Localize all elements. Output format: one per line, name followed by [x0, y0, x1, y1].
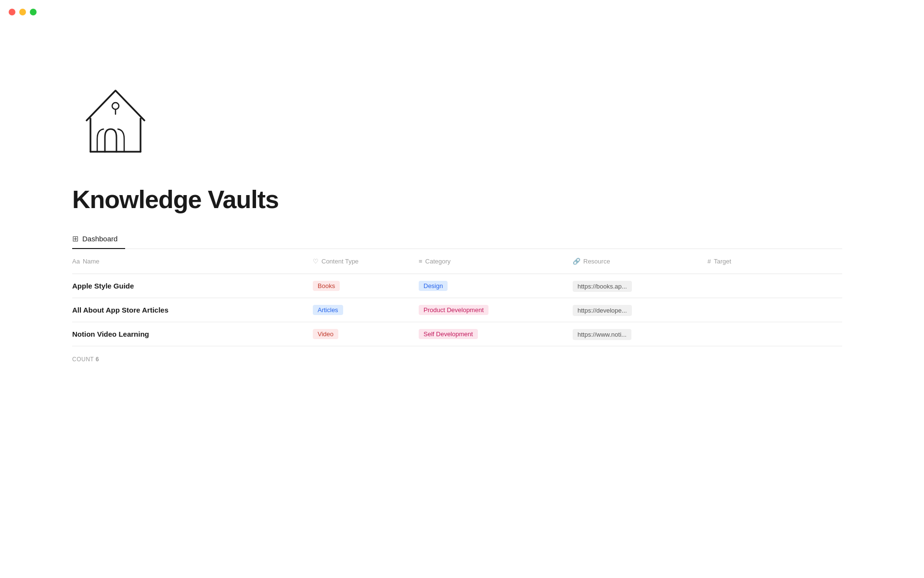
count-footer: COUNT 6: [72, 356, 924, 363]
row-2-target: [707, 305, 804, 315]
category-badge: Design: [419, 281, 448, 291]
link-icon: 🔗: [573, 258, 580, 265]
row-1-resource: https://books.ap...: [573, 277, 707, 295]
row-1-target: [707, 281, 804, 291]
row-1-content-type: Books: [313, 276, 419, 296]
header-name: Aa Name: [72, 254, 313, 269]
table-header-row: Aa Name ♡ Content Type ≡ Category 🔗 Reso…: [72, 249, 842, 274]
header-category-label: Category: [425, 258, 451, 265]
page-icon: [72, 77, 924, 166]
header-name-label: Name: [83, 258, 100, 265]
row-2-name: All About App Store Articles: [72, 301, 313, 319]
tab-bar: ⊞ Dashboard: [72, 229, 842, 249]
content-type-badge: Books: [313, 281, 340, 291]
resource-link: https://www.noti...: [573, 329, 631, 340]
row-3-category: Self Development: [419, 324, 573, 344]
table-row[interactable]: All About App Store Articles Articles Pr…: [72, 298, 842, 322]
header-resource: 🔗 Resource: [573, 254, 707, 269]
close-button[interactable]: [9, 9, 15, 15]
row-2-resource: https://develope...: [573, 302, 707, 319]
number-icon: #: [707, 258, 711, 265]
header-resource-label: Resource: [583, 258, 610, 265]
content-type-badge: Video: [313, 329, 338, 339]
tab-dashboard[interactable]: ⊞ Dashboard: [72, 229, 125, 249]
category-badge: Self Development: [419, 329, 478, 339]
count-label: COUNT: [72, 356, 94, 363]
svg-point-0: [112, 103, 119, 109]
text-icon: Aa: [72, 258, 80, 265]
row-3-content-type: Video: [313, 324, 419, 344]
traffic-lights: [9, 9, 37, 15]
header-category: ≡ Category: [419, 254, 573, 269]
content-type-badge: Articles: [313, 305, 343, 315]
row-2-category: Product Development: [419, 300, 573, 320]
minimize-button[interactable]: [19, 9, 26, 15]
table-icon: ⊞: [72, 234, 78, 243]
main-content: Knowledge Vaults ⊞ Dashboard Aa Name ♡ C…: [0, 0, 924, 363]
resource-link: https://develope...: [573, 305, 632, 316]
table-row[interactable]: Apple Style Guide Books Design https://b…: [72, 274, 842, 298]
header-target: # Target: [707, 254, 804, 269]
row-3-target: [707, 329, 804, 339]
resource-link: https://books.ap...: [573, 281, 632, 292]
page-title: Knowledge Vaults: [72, 185, 924, 214]
row-3-name: Notion Video Learning: [72, 325, 313, 343]
maximize-button[interactable]: [30, 9, 37, 15]
tab-dashboard-label: Dashboard: [82, 235, 117, 243]
table-row[interactable]: Notion Video Learning Video Self Develop…: [72, 322, 842, 346]
header-content-type: ♡ Content Type: [313, 254, 419, 269]
header-content-type-label: Content Type: [321, 258, 359, 265]
row-2-content-type: Articles: [313, 300, 419, 320]
row-3-resource: https://www.noti...: [573, 326, 707, 343]
category-badge: Product Development: [419, 305, 488, 315]
select-icon: ♡: [313, 258, 319, 265]
row-1-category: Design: [419, 276, 573, 296]
list-icon: ≡: [419, 258, 423, 265]
database-table: Aa Name ♡ Content Type ≡ Category 🔗 Reso…: [72, 249, 842, 346]
row-1-name: Apple Style Guide: [72, 277, 313, 295]
header-target-label: Target: [714, 258, 731, 265]
count-value: 6: [96, 356, 99, 363]
